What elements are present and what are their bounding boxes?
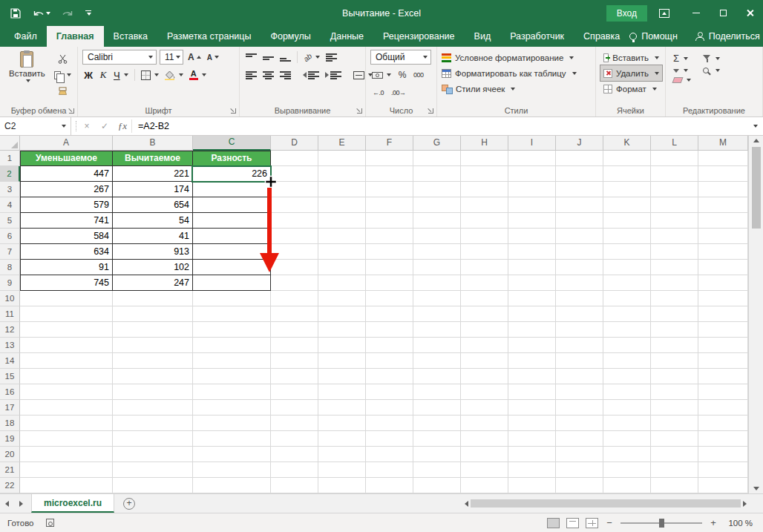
column-header-D[interactable]: D <box>271 136 318 151</box>
cell-J22[interactable] <box>556 478 603 493</box>
new-sheet-button[interactable]: + <box>123 498 135 510</box>
cell-M8[interactable] <box>698 260 748 275</box>
cell-D10[interactable] <box>271 291 318 306</box>
cancel-icon[interactable]: × <box>78 117 96 135</box>
cell-H4[interactable] <box>461 197 508 213</box>
ribbon-tab-9[interactable]: Разработчик <box>500 26 574 47</box>
cell-L21[interactable] <box>651 462 698 478</box>
cell-M20[interactable] <box>698 447 748 462</box>
cell-M7[interactable] <box>698 244 748 260</box>
cell-K20[interactable] <box>603 447 651 462</box>
cell-I1[interactable] <box>508 151 556 166</box>
cell-C5[interactable] <box>193 213 271 229</box>
cell-J12[interactable] <box>556 322 603 338</box>
cell-L22[interactable] <box>651 478 698 493</box>
row-header-5[interactable]: 5 <box>0 213 20 229</box>
horizontal-scrollbar[interactable] <box>465 499 747 508</box>
cell-I22[interactable] <box>508 478 556 493</box>
cell-K5[interactable] <box>603 213 651 229</box>
cell-C14[interactable] <box>193 353 271 369</box>
alignment-dialog-launcher[interactable] <box>357 108 362 114</box>
cell-K4[interactable] <box>603 197 651 213</box>
cell-B20[interactable] <box>113 447 193 462</box>
scroll-down-icon[interactable] <box>753 487 759 490</box>
cell-M6[interactable] <box>698 229 748 244</box>
cell-G11[interactable] <box>413 306 461 322</box>
cell-A11[interactable] <box>20 306 113 322</box>
cell-M10[interactable] <box>698 291 748 306</box>
cell-H1[interactable] <box>461 151 508 166</box>
cell-E11[interactable] <box>318 306 366 322</box>
cell-F4[interactable] <box>366 197 413 213</box>
cell-I18[interactable] <box>508 416 556 431</box>
cell-K11[interactable] <box>603 306 651 322</box>
grow-font-button[interactable]: А <box>186 50 203 65</box>
delete-cells-button[interactable]: Удалить <box>600 65 662 81</box>
underline-button[interactable]: Ч <box>112 68 130 82</box>
ribbon-tab-1[interactable]: Файл <box>4 26 47 47</box>
column-header-E[interactable]: E <box>318 136 366 151</box>
cell-E6[interactable] <box>318 229 366 244</box>
cell-B3[interactable]: 174 <box>113 182 193 197</box>
decrease-indent-button[interactable] <box>301 68 321 82</box>
cell-M17[interactable] <box>698 400 748 416</box>
cell-L20[interactable] <box>651 447 698 462</box>
clipboard-dialog-launcher[interactable] <box>69 108 74 114</box>
cell-J3[interactable] <box>556 182 603 197</box>
cell-J17[interactable] <box>556 400 603 416</box>
ribbon-tab-5[interactable]: Формулы <box>261 26 320 47</box>
cell-E4[interactable] <box>318 197 366 213</box>
cell-C4[interactable] <box>193 197 271 213</box>
cell-L4[interactable] <box>651 197 698 213</box>
cell-K18[interactable] <box>603 416 651 431</box>
column-header-A[interactable]: A <box>20 136 113 151</box>
cell-D22[interactable] <box>271 478 318 493</box>
cell-B15[interactable] <box>113 369 193 384</box>
comma-style-button[interactable]: 000 <box>412 68 425 82</box>
cell-B13[interactable] <box>113 338 193 353</box>
cell-C12[interactable] <box>193 322 271 338</box>
cell-A17[interactable] <box>20 400 113 416</box>
cell-A3[interactable]: 267 <box>20 182 113 197</box>
formula-bar-expand-icon[interactable] <box>745 117 763 135</box>
increase-decimal-button[interactable]: ←.0 <box>370 85 386 100</box>
cell-L16[interactable] <box>651 384 698 400</box>
normal-view-button[interactable] <box>547 518 560 528</box>
cell-F3[interactable] <box>366 182 413 197</box>
cell-K12[interactable] <box>603 322 651 338</box>
cell-A7[interactable]: 634 <box>20 244 113 260</box>
cell-C3[interactable] <box>193 182 271 197</box>
column-header-C[interactable]: C <box>193 136 271 151</box>
column-header-L[interactable]: L <box>651 136 698 151</box>
cell-B7[interactable]: 913 <box>113 244 193 260</box>
cell-D15[interactable] <box>271 369 318 384</box>
column-header-B[interactable]: B <box>113 136 193 151</box>
cell-K2[interactable] <box>603 166 651 182</box>
row-header-14[interactable]: 14 <box>0 353 20 369</box>
cell-J5[interactable] <box>556 213 603 229</box>
row-header-16[interactable]: 16 <box>0 384 20 400</box>
cell-E16[interactable] <box>318 384 366 400</box>
cell-D6[interactable] <box>271 229 318 244</box>
cell-L17[interactable] <box>651 400 698 416</box>
cell-L8[interactable] <box>651 260 698 275</box>
cell-C16[interactable] <box>193 384 271 400</box>
cell-B16[interactable] <box>113 384 193 400</box>
cell-E21[interactable] <box>318 462 366 478</box>
cell-E15[interactable] <box>318 369 366 384</box>
hscroll-right-icon[interactable] <box>743 501 747 507</box>
row-header-7[interactable]: 7 <box>0 244 20 260</box>
cell-E17[interactable] <box>318 400 366 416</box>
cell-F10[interactable] <box>366 291 413 306</box>
cell-J2[interactable] <box>556 166 603 182</box>
cell-J19[interactable] <box>556 431 603 447</box>
cell-D13[interactable] <box>271 338 318 353</box>
column-header-M[interactable]: M <box>698 136 748 151</box>
cell-G9[interactable] <box>413 275 461 291</box>
cell-G15[interactable] <box>413 369 461 384</box>
macro-record-icon[interactable] <box>46 519 54 527</box>
cell-G14[interactable] <box>413 353 461 369</box>
cell-M22[interactable] <box>698 478 748 493</box>
italic-button[interactable]: К <box>97 68 109 82</box>
ribbon-tab-6[interactable]: Данные <box>321 26 373 47</box>
